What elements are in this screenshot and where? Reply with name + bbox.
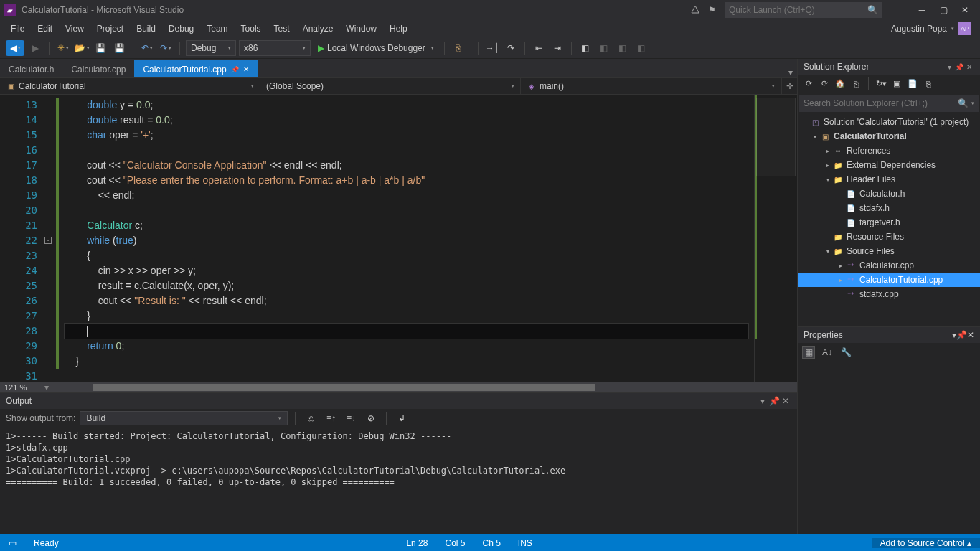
- wrench-icon[interactable]: 🔧: [839, 346, 852, 359]
- wrap-icon[interactable]: ↲: [394, 410, 410, 426]
- zoom-chevron-icon[interactable]: ▾: [43, 382, 50, 392]
- home-icon[interactable]: ⟳: [802, 77, 815, 90]
- nav-back-button[interactable]: ◀: [6, 40, 24, 56]
- save-all-button[interactable]: 💾: [111, 40, 127, 56]
- menu-build[interactable]: Build: [130, 22, 162, 36]
- zoom-level[interactable]: 121 %: [0, 383, 43, 392]
- tab-overflow-icon[interactable]: ▾: [784, 67, 797, 77]
- pin-icon[interactable]: 📌: [954, 63, 964, 71]
- save-button[interactable]: 💾: [93, 40, 108, 56]
- step-icon[interactable]: →⎮: [484, 40, 500, 56]
- platform-select[interactable]: x86: [239, 40, 311, 56]
- minimize-button[interactable]: ─: [911, 3, 933, 17]
- menu-help[interactable]: Help: [383, 22, 414, 36]
- collapse-icon[interactable]: ⎘: [849, 77, 862, 90]
- quick-launch-input[interactable]: [729, 5, 867, 15]
- output-body[interactable]: 1>------ Build started: Project: Calcula…: [0, 428, 797, 534]
- nav-fwd-button[interactable]: ▶: [27, 40, 43, 56]
- new-project-button[interactable]: ✳: [55, 40, 71, 56]
- tree-node[interactable]: ▸📁External Dependencies: [798, 158, 980, 172]
- properties-icon[interactable]: ⎘: [922, 77, 935, 90]
- tree-node[interactable]: ▸▫▫References: [798, 143, 980, 158]
- dropdown-icon[interactable]: ▾: [944, 63, 954, 71]
- tree-node[interactable]: ▾📁Source Files: [798, 244, 980, 258]
- tree-node[interactable]: ▸⁺⁺CalculatorTutorial.cpp: [798, 273, 980, 287]
- close-icon[interactable]: ✕: [964, 63, 974, 71]
- pin-icon[interactable]: 📌: [956, 330, 967, 340]
- prev-icon[interactable]: ≡↑: [323, 410, 339, 426]
- hscroll-thumb[interactable]: [93, 384, 595, 391]
- clear-icon[interactable]: ⊘: [363, 410, 379, 426]
- home-icon[interactable]: ⟳: [818, 77, 831, 90]
- tab-Calculator-cpp[interactable]: Calculator.cpp: [62, 60, 134, 77]
- split-icon[interactable]: ✛: [781, 78, 797, 94]
- next-icon[interactable]: ≡↓: [343, 410, 359, 426]
- tree-node[interactable]: ◳Solution 'CalculatorTutorial' (1 projec…: [798, 115, 980, 129]
- find-icon[interactable]: ⎌: [303, 410, 319, 426]
- menu-team[interactable]: Team: [200, 22, 234, 36]
- menu-view[interactable]: View: [59, 22, 90, 36]
- tree-node[interactable]: ▾📁Header Files: [798, 172, 980, 187]
- indent-in-icon[interactable]: ⇥: [550, 40, 565, 56]
- notifications-icon[interactable]: [690, 5, 700, 15]
- tab-Calculator-h[interactable]: Calculator.h: [0, 60, 62, 77]
- bookmark-prev-icon[interactable]: ◧: [596, 40, 612, 56]
- flag-icon[interactable]: ⚑: [706, 5, 717, 15]
- solution-tree[interactable]: ◳Solution 'CalculatorTutorial' (1 projec…: [798, 113, 980, 326]
- pin-icon[interactable]: 📌: [231, 66, 239, 73]
- redo-button[interactable]: ↷: [158, 40, 174, 56]
- attach-icon[interactable]: ⎘: [451, 40, 466, 56]
- tree-node[interactable]: ▸⁺⁺Calculator.cpp: [798, 258, 980, 273]
- code-body[interactable]: double y = 0.0; double result = 0.0; cha…: [59, 95, 754, 382]
- tab-CalculatorTutorial-cpp[interactable]: CalculatorTutorial.cpp📌✕: [134, 60, 257, 77]
- close-icon[interactable]: ✕: [243, 65, 249, 73]
- editor-hscroll[interactable]: 121 % ▾: [0, 382, 797, 392]
- pin-icon[interactable]: 📌: [768, 396, 780, 406]
- nav-project-select[interactable]: ▣CalculatorTutorial: [0, 78, 260, 94]
- source-control-button[interactable]: Add to Source Control ▴: [872, 538, 980, 548]
- indent-out-icon[interactable]: ⇤: [531, 40, 547, 56]
- solution-explorer-search[interactable]: 🔍 ▾: [799, 95, 979, 112]
- minimap[interactable]: [754, 95, 797, 382]
- alphabetical-icon[interactable]: A↓: [821, 346, 834, 359]
- tree-node[interactable]: 📄stdafx.h: [798, 201, 980, 215]
- user-account[interactable]: Augustin Popa ▾ AP: [891, 22, 976, 35]
- home-icon[interactable]: 🏠: [834, 77, 847, 90]
- step-over-icon[interactable]: ↷: [503, 40, 519, 56]
- sync-icon[interactable]: ↻▾: [875, 77, 887, 90]
- run-button[interactable]: ▶ Local Windows Debugger ▾: [314, 43, 438, 53]
- tree-node[interactable]: 📄Calculator.h: [798, 187, 980, 201]
- bookmark-clear-icon[interactable]: ◧: [633, 40, 649, 56]
- menu-debug[interactable]: Debug: [162, 22, 200, 36]
- tree-node[interactable]: 📄targetver.h: [798, 215, 980, 230]
- menu-tools[interactable]: Tools: [235, 22, 268, 36]
- solution-explorer-search-input[interactable]: [804, 98, 958, 108]
- dropdown-icon[interactable]: ▾: [757, 396, 768, 406]
- undo-button[interactable]: ↶: [139, 40, 155, 56]
- output-source-select[interactable]: Build: [80, 411, 288, 425]
- bookmark-next-icon[interactable]: ◧: [615, 40, 631, 56]
- open-file-button[interactable]: 📂: [74, 40, 90, 56]
- menu-file[interactable]: File: [4, 22, 31, 36]
- categorized-icon[interactable]: ▦: [802, 346, 815, 359]
- show-all-icon[interactable]: ▣: [890, 77, 903, 90]
- menu-edit[interactable]: Edit: [31, 22, 59, 36]
- nav-member-select[interactable]: ◈main(): [521, 78, 781, 94]
- code-editor[interactable]: 13141516171819202122-232425262728293031 …: [0, 95, 797, 382]
- menu-project[interactable]: Project: [90, 22, 130, 36]
- menu-test[interactable]: Test: [268, 22, 296, 36]
- close-button[interactable]: ✕: [954, 3, 976, 17]
- config-select[interactable]: Debug: [186, 40, 236, 56]
- tree-node[interactable]: 📁Resource Files: [798, 230, 980, 244]
- refresh-icon[interactable]: 📄: [906, 77, 919, 90]
- quick-launch[interactable]: 🔍: [725, 2, 882, 18]
- menu-window[interactable]: Window: [339, 22, 383, 36]
- close-icon[interactable]: ✕: [967, 330, 974, 340]
- tree-node[interactable]: ⁺⁺stdafx.cpp: [798, 287, 980, 301]
- tree-node[interactable]: ▾▣CalculatorTutorial: [798, 129, 980, 143]
- nav-scope-select[interactable]: (Global Scope): [260, 78, 521, 94]
- chevron-down-icon[interactable]: ▾: [971, 100, 974, 106]
- bookmark-icon[interactable]: ◧: [578, 40, 593, 56]
- close-icon[interactable]: ✕: [780, 396, 791, 406]
- maximize-button[interactable]: ▢: [933, 3, 954, 17]
